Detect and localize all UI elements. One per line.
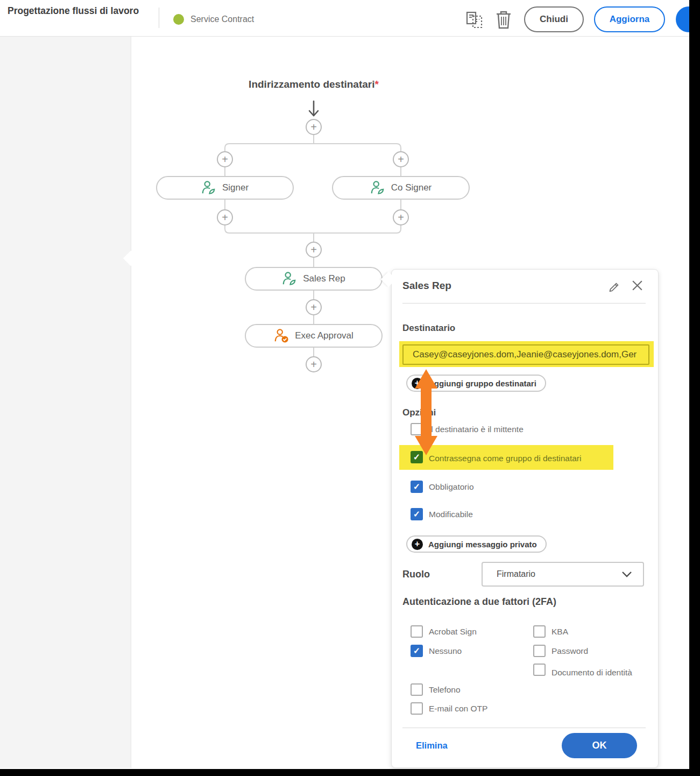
required-asterisk: * <box>374 79 378 90</box>
edit-pencil-icon[interactable] <box>608 279 620 292</box>
checkbox-label: KBA <box>551 627 568 637</box>
update-button[interactable]: Aggiorna <box>594 6 665 32</box>
topbar-divider <box>159 8 159 28</box>
chevron-down-icon <box>621 571 632 577</box>
screen-edge-bottom <box>0 769 700 776</box>
close-panel-icon[interactable] <box>631 279 644 292</box>
workflow-designer-screen: Progettazione flussi di lavoro Service C… <box>0 0 700 776</box>
check-icon: ✓ <box>413 647 420 655</box>
checkbox-password[interactable] <box>533 645 546 657</box>
add-node-button[interactable]: + <box>306 119 322 135</box>
checkbox-phone[interactable] <box>411 683 423 696</box>
check-icon: ✓ <box>413 453 420 462</box>
check-icon: ✓ <box>413 483 420 491</box>
node-label: Signer <box>222 182 249 193</box>
add-node-button[interactable]: + <box>393 151 409 167</box>
add-recipient-group-button[interactable]: + Aggiungi gruppo destinatari <box>406 375 546 392</box>
checkbox-none[interactable]: ✓ <box>411 645 423 657</box>
add-node-button[interactable]: + <box>306 299 322 315</box>
tfa-heading: Autenticazione a due fattori (2FA) <box>402 596 556 608</box>
duplicate-icon[interactable] <box>466 11 484 29</box>
close-button[interactable]: Chiudi <box>524 6 584 32</box>
node-signer[interactable]: Signer <box>156 176 294 200</box>
recipient-input[interactable] <box>402 344 649 365</box>
signer-icon <box>201 180 216 195</box>
status-dot <box>173 14 184 25</box>
checkbox-acrobat-sign[interactable] <box>411 625 423 638</box>
delete-link[interactable]: Elimina <box>416 740 448 751</box>
checkbox-required[interactable]: ✓ <box>411 481 423 493</box>
node-label: Exec Approval <box>295 330 353 341</box>
approver-icon <box>274 328 289 343</box>
ok-button[interactable]: OK <box>562 733 637 758</box>
checkbox-label: Nessuno <box>429 646 462 656</box>
routing-title: Indirizzamento destinatari* <box>206 79 421 90</box>
ok-button-label: OK <box>592 740 607 751</box>
recipient-section-label: Destinatario <box>402 323 455 334</box>
checkbox-label: Il destinatario è il mittente <box>429 425 524 434</box>
add-node-button[interactable]: + <box>217 209 233 225</box>
node-sales-rep[interactable]: Sales Rep <box>245 267 383 291</box>
role-value: Firmatario <box>497 569 535 579</box>
plus-circle-icon: + <box>412 378 423 389</box>
checkbox-label: Documento di identità <box>551 665 638 680</box>
check-icon: ✓ <box>413 510 420 519</box>
add-recipient-group-label: Aggiungi gruppo destinatari <box>428 379 536 388</box>
signer-icon <box>370 180 385 195</box>
options-section-label: Opzioni <box>402 407 436 418</box>
role-label: Ruolo <box>402 569 430 580</box>
sidebar <box>0 36 131 768</box>
add-node-button[interactable]: + <box>393 209 409 225</box>
checkbox-email-otp[interactable] <box>411 702 423 715</box>
screen-edge-right <box>689 0 700 776</box>
panel-divider <box>402 303 646 304</box>
checkbox-label: Contrassegna come gruppo di destinatari <box>429 454 581 463</box>
page-title: Progettazione flussi di lavoro <box>8 5 142 18</box>
checkbox-label: Modificabile <box>429 510 473 519</box>
checkbox-label: E-mail con OTP <box>429 704 487 714</box>
panel-footer-divider <box>402 728 646 728</box>
signer-icon <box>282 271 297 286</box>
top-bar: Progettazione flussi di lavoro Service C… <box>0 0 700 37</box>
add-node-button[interactable]: + <box>306 356 322 372</box>
checkbox-label: Password <box>551 646 588 656</box>
trash-icon[interactable] <box>495 10 512 30</box>
node-exec-approval[interactable]: Exec Approval <box>245 324 383 348</box>
node-co-signer[interactable]: Co Signer <box>332 176 470 200</box>
checkbox-mark-as-recipient-group[interactable]: ✓ <box>411 451 423 463</box>
close-button-label: Chiudi <box>540 14 568 25</box>
checkbox-kba[interactable] <box>533 625 546 638</box>
panel-title: Sales Rep <box>402 280 451 292</box>
node-label: Sales Rep <box>303 273 345 284</box>
checkbox-recipient-is-sender[interactable] <box>411 423 423 435</box>
add-node-button[interactable]: + <box>306 242 322 258</box>
role-select[interactable]: Firmatario <box>482 562 644 587</box>
add-private-message-button[interactable]: + Aggiungi messaggio privato <box>406 535 547 553</box>
checkbox-label: Acrobat Sign <box>429 627 477 637</box>
add-private-message-label: Aggiungi messaggio privato <box>428 540 537 549</box>
add-node-button[interactable]: + <box>217 151 233 167</box>
update-button-label: Aggiorna <box>610 14 650 25</box>
plus-circle-icon: + <box>412 539 423 550</box>
checkbox-editable[interactable]: ✓ <box>411 508 423 520</box>
checkbox-label: Telefono <box>429 685 461 695</box>
checkbox-identity-document[interactable] <box>533 664 546 676</box>
node-label: Co Signer <box>391 182 432 193</box>
workflow-name: Service Contract <box>190 15 254 24</box>
routing-title-text: Indirizzamento destinatari <box>249 79 374 90</box>
checkbox-label: Obbligatorio <box>429 482 474 492</box>
